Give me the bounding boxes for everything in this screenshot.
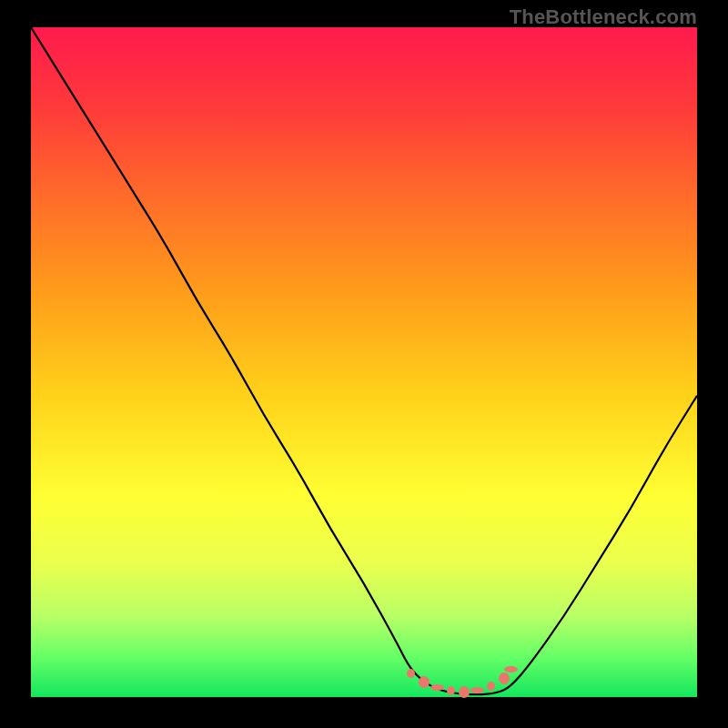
noise-point bbox=[447, 686, 455, 695]
noise-point bbox=[487, 682, 495, 691]
noise-point bbox=[407, 669, 415, 678]
noise-point bbox=[504, 666, 518, 672]
watermark-text: TheBottleneck.com bbox=[510, 5, 697, 29]
noise-point bbox=[459, 686, 470, 698]
noise-point bbox=[499, 672, 510, 684]
plot-area bbox=[31, 27, 697, 697]
chart-frame: TheBottleneck.com bbox=[0, 0, 728, 728]
bottleneck-curve bbox=[31, 27, 697, 694]
curve-layer bbox=[31, 27, 697, 697]
